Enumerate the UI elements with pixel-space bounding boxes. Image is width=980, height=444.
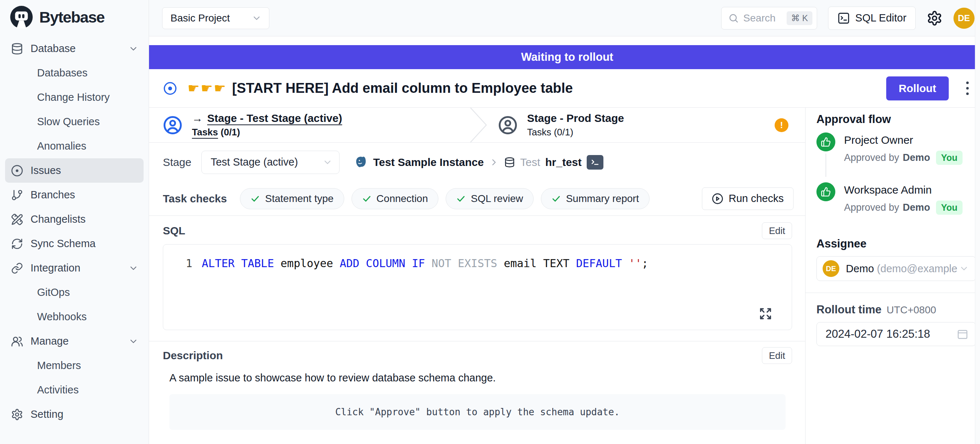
sidebar-item-manage[interactable]: Manage — [5, 329, 143, 353]
run-checks-button[interactable]: Run checks — [702, 187, 794, 210]
instance-link[interactable]: Test Sample Instance — [373, 156, 484, 169]
sidebar-item-database[interactable]: Database — [5, 37, 143, 61]
search-icon — [728, 13, 739, 24]
open-sql-editor-icon[interactable] — [587, 155, 603, 169]
tasks-label: Tasks — [527, 127, 551, 137]
brand-name: Bytebase — [39, 8, 104, 26]
rollout-time-input[interactable]: 2024-02-07 16:25:18 — [816, 322, 976, 346]
sidebar-item-label: Branches — [30, 189, 75, 201]
sidebar-item-databases[interactable]: Databases — [5, 61, 143, 85]
sidebar-item-anomalies[interactable]: Anomalies — [5, 134, 143, 158]
status-banner-text: Waiting to rollout — [521, 51, 613, 64]
sql-token: DEFAULT — [576, 257, 622, 270]
sidebar-item-branches[interactable]: Branches — [5, 183, 143, 207]
sidebar-item-activities[interactable]: Activities — [5, 378, 143, 402]
issue-sidebar: Approval flow Project Owner Approved by … — [805, 108, 980, 444]
assignee-select[interactable]: DE Demo (demo@example — [816, 256, 976, 281]
sql-token: ADD COLUMN IF — [339, 257, 425, 270]
sidebar-item-webhooks[interactable]: Webhooks — [5, 305, 143, 329]
sql-token: ALTER TABLE — [202, 257, 274, 270]
sql-token: ; — [641, 257, 648, 270]
tasks-count: (0/1) — [221, 127, 240, 137]
sidebar-item-issues[interactable]: Issues — [5, 158, 143, 183]
sidebar-item-change-history[interactable]: Change History — [5, 85, 143, 110]
database-icon — [11, 43, 23, 55]
database-link[interactable]: hr_test — [545, 156, 582, 169]
check-label: Summary report — [566, 193, 639, 204]
users-icon — [11, 335, 23, 348]
expand-icon[interactable] — [759, 307, 772, 320]
sidebar-item-label: Webhooks — [37, 311, 87, 323]
check-label: Statement type — [265, 193, 333, 204]
issue-header: ☛☛☛ [START HERE] Add email column to Emp… — [149, 69, 980, 108]
bytebase-logo[interactable]: Bytebase — [0, 0, 149, 29]
sidebar-item-members[interactable]: Members — [5, 353, 143, 378]
rollout-button[interactable]: Rollout — [886, 77, 948, 101]
sidebar-item-setting[interactable]: Setting — [5, 402, 143, 426]
issue-detail-column: →Stage - Test Stage (active) Tasks (0/1)… — [149, 108, 805, 444]
stage-selector-row: Stage Test Stage (active) Test Sample In… — [149, 143, 805, 182]
assignee-avatar: DE — [822, 260, 839, 277]
stage-user-icon — [163, 115, 183, 135]
scrollbar[interactable] — [975, 0, 980, 444]
calendar-icon[interactable] — [957, 328, 968, 340]
main-area: Basic Project Search ⌘ K SQL Editor DE W… — [149, 0, 980, 444]
description-edit-button[interactable]: Edit — [762, 347, 792, 364]
sql-edit-button[interactable]: Edit — [762, 222, 792, 239]
stage-warning-badge: ! — [775, 118, 788, 132]
sidebar-nav: Database Databases Change History Slow Q… — [0, 37, 149, 426]
stage-divider — [469, 108, 488, 142]
user-avatar[interactable]: DE — [953, 8, 975, 29]
stage-tab-test[interactable]: →Stage - Test Stage (active) Tasks (0/1) — [149, 108, 469, 142]
sidebar-item-changelists[interactable]: Changelists — [5, 207, 143, 232]
chevron-down-icon — [128, 336, 138, 347]
chevron-right-icon — [489, 157, 499, 168]
description-title: Description — [163, 350, 223, 362]
approval-role: Workspace Admin — [844, 184, 963, 196]
line-number: 1 — [186, 257, 192, 330]
stage-tab-prod[interactable]: Stage - Prod Stage Tasks (0/1) ! — [488, 108, 805, 142]
description-body: A sample issue to showcase how to review… — [163, 372, 792, 384]
sidebar-item-label: Slow Queries — [37, 116, 100, 128]
status-banner: Waiting to rollout — [149, 45, 980, 69]
stage-select[interactable]: Test Stage (active) — [201, 151, 339, 174]
check-connection[interactable]: Connection — [352, 188, 439, 209]
settings-gear-icon[interactable] — [927, 10, 943, 26]
tasks-count: (0/1) — [554, 127, 573, 137]
project-selector[interactable]: Basic Project — [162, 7, 269, 29]
sidebar-item-label: Members — [37, 359, 81, 372]
approval-steps: Project Owner Approved by Demo You — [816, 133, 976, 232]
check-icon — [362, 194, 372, 203]
check-sql-review[interactable]: SQL review — [445, 188, 534, 209]
approval-status: Approved by Demo You — [844, 201, 963, 215]
search-input[interactable]: Search ⌘ K — [721, 7, 817, 29]
sql-editor-button[interactable]: SQL Editor — [828, 6, 916, 30]
approval-status: Approved by Demo You — [844, 151, 963, 165]
sidebar-item-label: Change History — [37, 91, 110, 103]
assignee-name: Demo — [846, 263, 874, 275]
topbar-actions: Search ⌘ K SQL Editor DE — [721, 6, 975, 30]
check-summary-report[interactable]: Summary report — [541, 188, 649, 209]
approver-name: Demo — [903, 152, 930, 163]
approved-thumbs-up-icon — [816, 182, 835, 201]
check-statement-type[interactable]: Statement type — [240, 188, 344, 209]
approved-thumbs-up-icon — [816, 133, 835, 152]
sidebar-item-label: Changelists — [30, 213, 86, 225]
sql-editor[interactable]: 1 ALTER TABLE employee ADD COLUMN IF NOT… — [163, 244, 792, 330]
rollout-time-header: Rollout time UTC+0800 — [816, 303, 976, 316]
sidebar-item-sync-schema[interactable]: Sync Schema — [5, 232, 143, 256]
stage-name-link[interactable]: Stage - Test Stage (active) — [207, 112, 342, 124]
tasks-link[interactable]: Tasks — [192, 127, 218, 137]
assignee-email: (demo@example — [877, 263, 957, 275]
sql-section: SQL Edit 1 ALTER TABLE employee ADD COLU… — [149, 216, 805, 341]
sidebar-item-slow-queries[interactable]: Slow Queries — [5, 110, 143, 134]
more-options-icon[interactable] — [964, 79, 971, 97]
play-circle-icon — [712, 193, 723, 204]
stage-select-value: Test Stage (active) — [210, 156, 298, 168]
refresh-icon — [11, 238, 23, 250]
sidebar-item-gitops[interactable]: GitOps — [5, 280, 143, 305]
sidebar-item-integration[interactable]: Integration — [5, 256, 143, 280]
search-shortcut-kbd: ⌘ K — [787, 11, 813, 25]
sidebar-item-label: GitOps — [37, 286, 70, 299]
sql-token: employee — [274, 257, 340, 270]
